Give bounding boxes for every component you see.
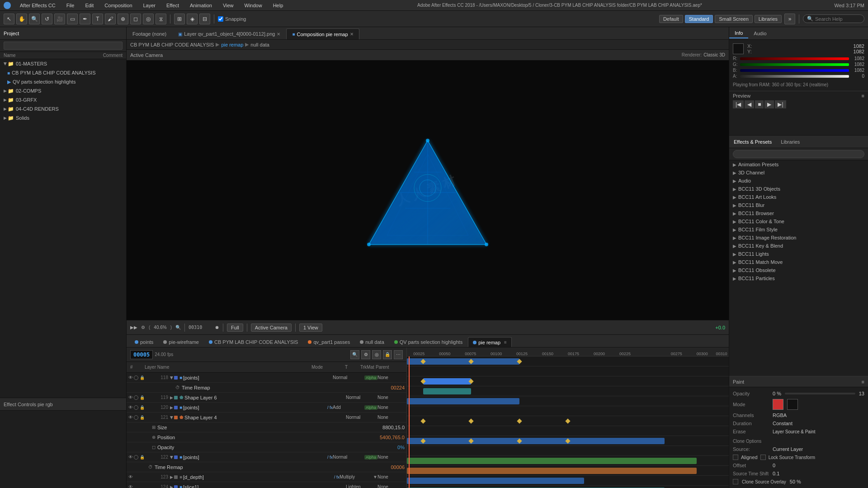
lock-122[interactable]: 🔒 xyxy=(139,455,145,460)
mode-120[interactable]: Add xyxy=(333,405,364,410)
record-btn[interactable]: ⏺ xyxy=(215,325,219,330)
effect-bcc11-match[interactable]: ▶ BCC11 Match Move xyxy=(729,258,868,266)
lock-119[interactable]: 🔒 xyxy=(139,395,145,400)
effects-presets-tab[interactable]: Effects & Presets xyxy=(729,137,776,146)
lock-118[interactable]: 🔒 xyxy=(139,375,145,380)
expand-arrow-03grfx[interactable]: ▶ xyxy=(4,98,7,102)
aligned-checkbox[interactable] xyxy=(733,455,738,460)
vis-123[interactable]: 👁 xyxy=(128,474,133,479)
tl-lock-btn[interactable]: 🔒 xyxy=(383,350,392,359)
menu-animation[interactable]: Animation xyxy=(188,3,214,8)
comp-tab-footage-none[interactable]: Footage (none) xyxy=(127,28,172,39)
tree-item-04c4d[interactable]: ▶ 📁 04-C4D RENDERS xyxy=(0,104,126,113)
camera-dropdown[interactable]: Active Camera xyxy=(251,324,292,332)
expand-arrow-01masters[interactable]: ▶ xyxy=(3,62,8,66)
expand-123[interactable]: ▶ xyxy=(170,475,173,479)
tl-tab-options[interactable]: ≡ xyxy=(504,340,507,345)
expand-arrow-04c4d[interactable]: ▶ xyxy=(4,107,7,111)
tl-tab-qv-hl[interactable]: QV parts selection highlights xyxy=(390,337,467,347)
lock-121[interactable]: 🔒 xyxy=(139,415,145,420)
camera-tool[interactable]: 🎥 xyxy=(54,14,65,24)
vis-118[interactable]: 👁 xyxy=(128,375,133,380)
effect-bcc11-3d[interactable]: ▶ BCC11 3D Objects xyxy=(729,185,868,193)
parent-118[interactable]: None xyxy=(377,375,405,380)
tl-search-btn[interactable]: 🔍 xyxy=(350,350,359,359)
view-dropdown[interactable]: 1 View xyxy=(299,324,322,332)
tree-item-03grfx[interactable]: ▶ 📁 03-GRFX xyxy=(0,95,126,104)
workspace-more[interactable]: » xyxy=(784,14,795,24)
menu-composition[interactable]: Composition xyxy=(103,3,134,8)
effect-bcc11-blur[interactable]: ▶ BCC11 Blur xyxy=(729,201,868,209)
snapping-checkbox[interactable] xyxy=(218,16,223,22)
menu-aftereffects[interactable]: After Effects CC xyxy=(18,3,57,8)
eraser-tool[interactable]: ◻ xyxy=(130,14,141,24)
prev-last[interactable]: ▶| xyxy=(775,100,786,108)
comp-tab-layer-qv[interactable]: ▣ Layer qv_part1_object_4[0000-0112].png… xyxy=(172,28,286,39)
lock-120[interactable]: 🔒 xyxy=(139,405,145,410)
workspace-small-screen[interactable]: Small Screen xyxy=(715,15,752,23)
breadcrumb-3[interactable]: null data xyxy=(250,42,269,47)
libraries-tab[interactable]: Libraries xyxy=(776,137,804,146)
layer-row-121[interactable]: 👁 🔒 121 ▶ ⬟ Shape Layer 4 Normal None xyxy=(127,413,406,422)
mode-118[interactable]: Normal xyxy=(333,375,364,380)
quality-dropdown[interactable]: Full xyxy=(227,324,243,332)
tl-solo-btn[interactable]: ◎ xyxy=(372,350,381,359)
preview-options[interactable]: ≡ xyxy=(862,93,864,99)
solo-120[interactable] xyxy=(134,405,138,410)
clone-overlay-checkbox[interactable] xyxy=(733,479,738,484)
effect-3d-channel[interactable]: ▶ 3D Channel xyxy=(729,169,868,177)
menu-file[interactable]: File xyxy=(65,3,76,8)
tree-item-cbpym[interactable]: ■ CB PYM LAB CHIP CODE ANALYSIS xyxy=(0,68,126,77)
effect-bcc11-lights[interactable]: ▶ BCC11 Lights xyxy=(729,250,868,258)
mode-124[interactable]: Lighten xyxy=(346,484,377,488)
bg-color-swatch[interactable] xyxy=(787,399,798,410)
text-tool[interactable]: T xyxy=(92,14,103,24)
layer-row-123[interactable]: 👁 123 ▶ ■ [d_depth] / fx Multiply ▼ None xyxy=(127,472,406,482)
align-tool[interactable]: ⊞ xyxy=(174,14,185,24)
expand-arrow-solids[interactable]: ▶ xyxy=(4,116,7,120)
effects-search-input[interactable] xyxy=(733,150,864,158)
tree-item-qvparts[interactable]: ▶ QV parts selection highlights xyxy=(0,77,126,86)
shape-align[interactable]: ⊟ xyxy=(199,14,210,24)
comp-tab-pie-remap[interactable]: ■ Composition pie remap ✕ xyxy=(286,28,359,39)
pen-tool[interactable]: ✒ xyxy=(80,14,90,24)
expand-121[interactable]: ▶ xyxy=(170,416,174,419)
tl-tab-null-data[interactable]: null data xyxy=(355,337,389,347)
workspace-libraries[interactable]: Libraries xyxy=(755,15,782,23)
menu-help[interactable]: Help xyxy=(271,3,285,8)
menu-edit[interactable]: Edit xyxy=(83,3,95,8)
lock-source-checkbox[interactable] xyxy=(760,455,766,460)
menu-layer[interactable]: Layer xyxy=(142,3,158,8)
tree-item-01masters[interactable]: ▶ 📁 01-MASTERS xyxy=(0,59,126,68)
preview-options[interactable]: ⚙ xyxy=(141,325,145,330)
expand-122[interactable]: ▶ xyxy=(170,455,174,459)
clone-tool[interactable]: ⊕ xyxy=(118,14,128,24)
current-time[interactable]: 00005 xyxy=(130,350,153,359)
tl-tab-qv-passes[interactable]: qv_part1 passes xyxy=(303,337,354,347)
paint-options[interactable]: ≡ xyxy=(862,379,864,385)
layer-row-124[interactable]: 👁 124 ▶ ■ [slice1] Lighten None xyxy=(127,482,406,488)
mode-119[interactable]: Normal xyxy=(346,395,377,400)
prev-first[interactable]: |◀ xyxy=(733,100,744,108)
mode-123[interactable]: Multiply xyxy=(340,474,371,479)
hand-tool[interactable]: ✋ xyxy=(16,14,27,24)
brush-tool[interactable]: 🖌 xyxy=(105,14,116,24)
solo-121[interactable] xyxy=(134,415,138,420)
effect-bcc11-browser[interactable]: ▶ BCC11 Browser xyxy=(729,209,868,217)
workspace-standard[interactable]: Standard xyxy=(685,15,713,23)
effect-audio[interactable]: ▶ Audio xyxy=(729,177,868,185)
fg-color-swatch[interactable] xyxy=(773,399,783,410)
expand-120[interactable]: ▶ xyxy=(170,405,173,410)
roto-tool[interactable]: ◎ xyxy=(143,14,154,24)
expand-arrow-02comps[interactable]: ▶ xyxy=(4,89,7,93)
solo-122[interactable] xyxy=(134,455,138,460)
effect-bcc11-color[interactable]: ▶ BCC11 Color & Tone xyxy=(729,217,868,225)
preview-toggle[interactable]: ▶▶ xyxy=(130,325,137,330)
tl-playhead[interactable] xyxy=(409,357,410,488)
layer-row-118[interactable]: 👁 🔒 118 ▶ ■ [points] Normal Alpha xyxy=(127,373,406,383)
tl-tab-pie-remap[interactable]: pie remap ≡ xyxy=(468,337,512,347)
solo-118[interactable] xyxy=(134,375,138,380)
zoom-tool[interactable]: 🔍 xyxy=(29,14,40,24)
tl-tab-points[interactable]: points xyxy=(130,337,158,347)
info-tab[interactable]: Info xyxy=(729,28,748,38)
